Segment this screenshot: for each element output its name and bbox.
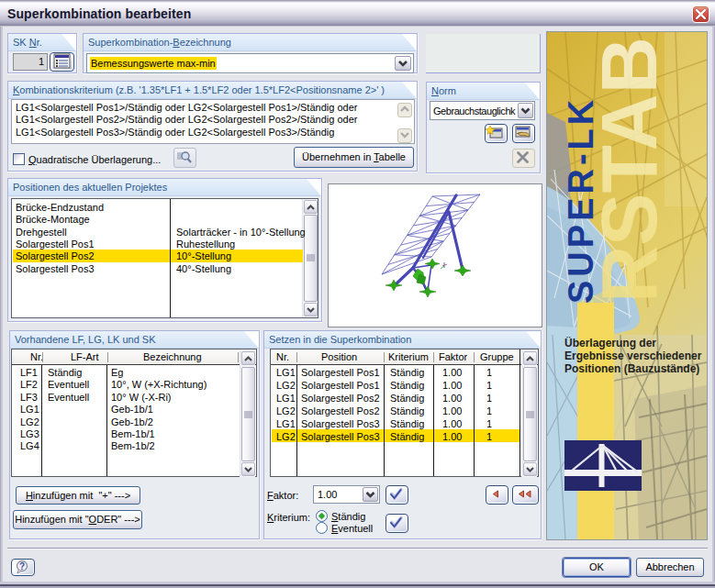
svg-text:SUPER-LK: SUPER-LK — [562, 96, 600, 304]
svg-text:Positionen (Bauzustände): Positionen (Bauzustände) — [564, 362, 699, 375]
svg-text:?: ? — [19, 561, 25, 571]
svg-text:Überlagerung der: Überlagerung der — [564, 336, 656, 349]
svg-text:Ergebnisse verschiedener: Ergebnisse verschiedener — [564, 349, 702, 362]
